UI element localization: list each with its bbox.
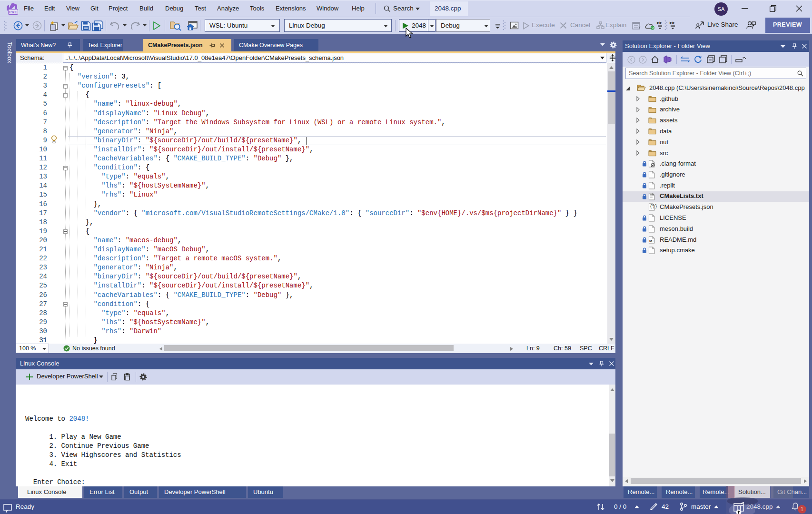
svg-text:PRE: PRE bbox=[9, 10, 17, 14]
